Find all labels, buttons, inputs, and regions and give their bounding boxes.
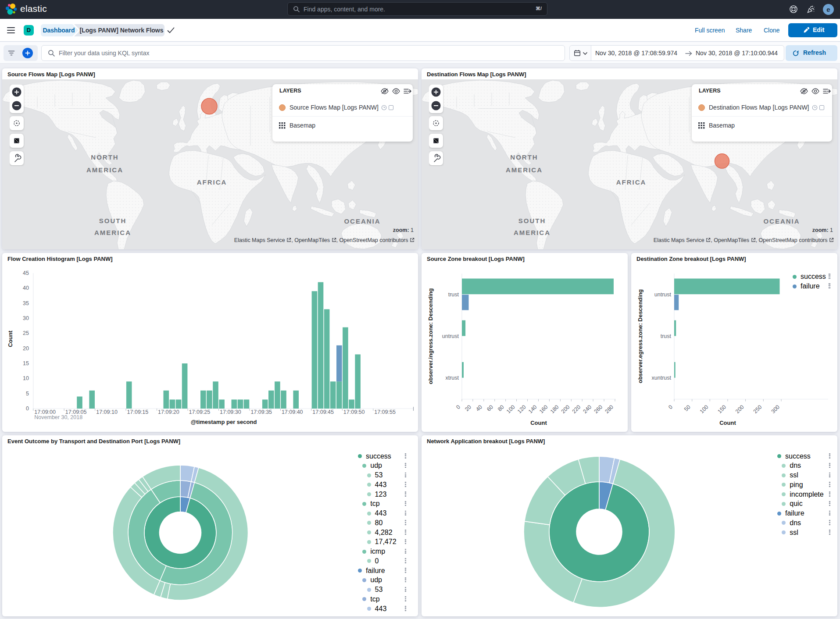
svg-text:0: 0 — [667, 404, 674, 410]
svg-text:17:09:15: 17:09:15 — [127, 409, 149, 415]
svg-text:0: 0 — [26, 406, 29, 412]
svg-text:100: 100 — [505, 404, 516, 415]
svg-text:120: 120 — [516, 404, 527, 415]
svg-text:observer.egress.zone: Descendi: observer.egress.zone: Descending — [637, 289, 643, 384]
svg-text:5: 5 — [26, 391, 29, 397]
svg-text:100: 100 — [699, 404, 710, 415]
svg-text:10: 10 — [23, 375, 29, 381]
svg-text:November 30, 2018: November 30, 2018 — [34, 414, 82, 420]
svg-text:240: 240 — [582, 404, 593, 415]
svg-text:50: 50 — [683, 404, 692, 413]
svg-text:40: 40 — [23, 285, 29, 291]
svg-text:Count: Count — [530, 420, 547, 426]
svg-text:untrust: untrust — [442, 333, 459, 339]
svg-text:0: 0 — [455, 404, 461, 410]
svg-text:20: 20 — [464, 404, 472, 413]
svg-text:35: 35 — [23, 300, 29, 306]
svg-text:200: 200 — [560, 404, 571, 415]
svg-text:17:09:20: 17:09:20 — [158, 409, 179, 415]
svg-text:160: 160 — [538, 404, 549, 415]
svg-text:20: 20 — [23, 345, 29, 352]
svg-text:17:09:35: 17:09:35 — [250, 409, 272, 415]
svg-text:observer.ingress.zone: Descend: observer.ingress.zone: Descending — [427, 288, 434, 384]
svg-text:17:09:10: 17:09:10 — [96, 409, 118, 415]
svg-text:Count: Count — [719, 420, 736, 426]
svg-text:17:09:45: 17:09:45 — [312, 409, 334, 415]
svg-text:180: 180 — [549, 404, 560, 415]
svg-text:17:09:55: 17:09:55 — [374, 409, 396, 415]
svg-text:280: 280 — [604, 404, 615, 415]
svg-text:250: 250 — [752, 404, 763, 415]
svg-text:@timestamp per second: @timestamp per second — [191, 419, 257, 425]
svg-text:17:09:25: 17:09:25 — [189, 409, 211, 415]
svg-text:150: 150 — [716, 404, 727, 415]
svg-text:17:09:40: 17:09:40 — [282, 409, 303, 415]
svg-text:220: 220 — [571, 404, 582, 415]
svg-text:17:09:50: 17:09:50 — [343, 409, 365, 415]
svg-text:Count: Count — [7, 331, 14, 347]
svg-text:untrust: untrust — [654, 292, 672, 298]
svg-text:xuntrust: xuntrust — [652, 375, 672, 381]
svg-text:260: 260 — [593, 404, 604, 415]
svg-text:80: 80 — [497, 404, 505, 413]
svg-text:25: 25 — [23, 330, 29, 336]
svg-text:[Logs PANW] Network Flows: [Logs PANW] Network Flows — [79, 27, 163, 34]
svg-text:Dashboard: Dashboard — [43, 27, 75, 34]
svg-text:17:09:30: 17:09:30 — [220, 409, 241, 415]
svg-text:45: 45 — [23, 270, 29, 276]
svg-text:60: 60 — [486, 404, 494, 413]
svg-text:15: 15 — [23, 360, 29, 366]
svg-text:140: 140 — [527, 404, 538, 415]
svg-text:trust: trust — [448, 292, 459, 298]
svg-text:200: 200 — [734, 404, 745, 415]
svg-text:30: 30 — [23, 315, 29, 321]
svg-text:40: 40 — [475, 404, 483, 413]
svg-text:trust: trust — [661, 333, 672, 339]
svg-text:300: 300 — [770, 404, 781, 415]
svg-text:xtrust: xtrust — [445, 375, 459, 381]
